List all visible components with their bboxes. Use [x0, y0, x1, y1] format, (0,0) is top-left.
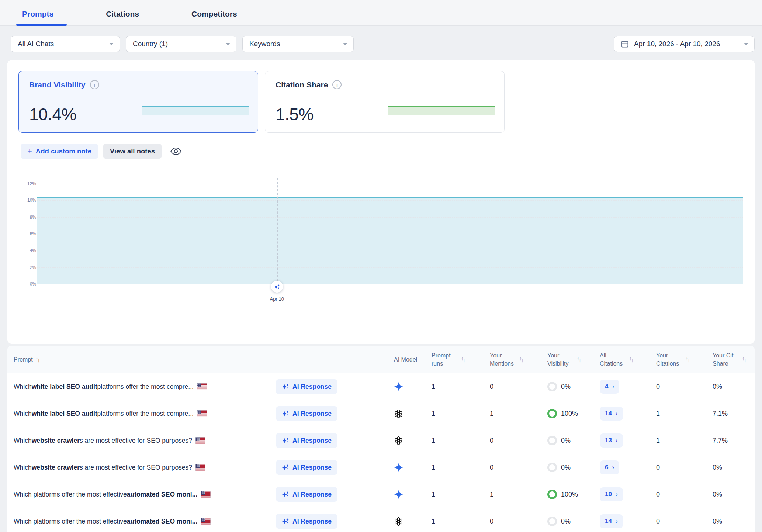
all-citations-button[interactable]: 6›	[600, 460, 619, 474]
column-header-your-citations[interactable]: Your Citations↑↓	[651, 352, 706, 367]
column-header-your-visibility[interactable]: Your Visibility↑↓	[538, 352, 594, 367]
filter-bar: All AI Chats Country (1) Keywords Apr 10…	[11, 36, 755, 52]
info-icon[interactable]: i	[90, 80, 99, 89]
sort-icon[interactable]: ↑↓	[461, 357, 465, 363]
ai-response-button[interactable]: AI Response	[276, 460, 337, 475]
y-axis-tick: 4%	[15, 248, 36, 253]
panel-divider	[7, 319, 755, 319]
y-axis-tick: 8%	[15, 215, 36, 220]
prompt-runs-value: 1	[428, 410, 481, 418]
ai-response-label: AI Response	[292, 464, 332, 471]
sparkle-icon	[282, 410, 289, 417]
tab-competitors[interactable]: Competitors	[186, 0, 250, 25]
all-citations-value: 13	[605, 437, 612, 444]
column-header-all-citations[interactable]: All Citations↑↓	[594, 352, 651, 367]
ai-response-button[interactable]: AI Response	[276, 406, 337, 421]
visibility-chart: 12%10%8%6%4%2%0%Apr 10	[7, 178, 755, 305]
ai-response-label: AI Response	[292, 383, 332, 391]
view-all-notes-button[interactable]: View all notes	[103, 144, 162, 159]
your-cit-share-value: 7.7%	[706, 437, 755, 445]
ai-response-label: AI Response	[292, 437, 332, 445]
visibility-ring-icon	[547, 490, 557, 499]
column-header-your-cit-share[interactable]: Your Cit. Share↑↓	[706, 352, 755, 367]
your-visibility-value: 0%	[561, 383, 571, 391]
prompt-text: Which white label SEO audit platforms of…	[7, 410, 269, 418]
caret-down-icon	[109, 43, 114, 45]
toggle-notes-visibility-button[interactable]	[170, 147, 181, 155]
your-mentions-value: 1	[481, 410, 538, 418]
chevron-right-icon: ›	[612, 464, 614, 471]
your-mentions-value: 0	[481, 383, 538, 391]
tab-prompts[interactable]: Prompts	[16, 0, 67, 25]
sort-icon[interactable]: ↑↓	[519, 357, 523, 363]
ai-response-label: AI Response	[292, 518, 332, 525]
ai-response-button[interactable]: AI Response	[276, 487, 337, 502]
sort-icon[interactable]: ↑↓	[686, 357, 689, 363]
column-label: Prompt runs	[432, 352, 458, 367]
ai-response-button[interactable]: AI Response	[276, 379, 337, 394]
column-header-ai-model: AI Model	[391, 356, 428, 363]
prompt-runs-value: 1	[428, 437, 481, 445]
prompts-table-panel: Prompt↑↓AI ModelPrompt runs↑↓Your Mentio…	[7, 346, 755, 532]
chart-note-sparkle-marker[interactable]	[271, 281, 283, 293]
column-header-prompt[interactable]: Prompt↑↓	[7, 356, 269, 363]
prompt-runs-value: 1	[428, 491, 481, 498]
keywords-filter-dropdown[interactable]: Keywords	[242, 36, 354, 52]
citation-share-card[interactable]: Citation Share i 1.5%	[265, 71, 505, 133]
gridline	[37, 200, 743, 201]
prompt-text: Which platforms offer the most effective…	[7, 491, 269, 498]
all-citations-button[interactable]: 4›	[600, 380, 619, 394]
brand-visibility-sparkline	[142, 106, 249, 115]
prompt-runs-value: 1	[428, 518, 481, 525]
country-filter-dropdown[interactable]: Country (1)	[126, 36, 236, 52]
your-visibility-value: 0%	[561, 464, 571, 471]
ai-response-button[interactable]: AI Response	[276, 514, 337, 529]
us-flag-icon	[197, 383, 207, 390]
gemini-icon	[394, 382, 403, 391]
view-all-notes-label: View all notes	[110, 147, 155, 155]
prompt-text: Which white label SEO audit platforms of…	[7, 383, 269, 391]
all-citations-button[interactable]: 14›	[600, 514, 623, 528]
brand-visibility-card[interactable]: Brand Visibility i 10.4%	[18, 71, 258, 133]
all-citations-button[interactable]: 13›	[600, 433, 623, 448]
your-mentions-value: 1	[481, 491, 538, 498]
your-citations-value: 0	[651, 383, 706, 391]
caret-down-icon	[226, 43, 230, 45]
chart-area-series	[37, 197, 743, 284]
us-flag-icon	[195, 464, 205, 471]
tab-citations[interactable]: Citations	[100, 0, 152, 25]
your-visibility-cell: 100%	[538, 409, 594, 418]
visibility-ring-icon	[547, 463, 557, 472]
y-axis-tick: 0%	[15, 281, 36, 287]
date-range-picker[interactable]: Apr 10, 2026 - Apr 10, 2026	[614, 36, 755, 52]
your-visibility-cell: 0%	[538, 382, 594, 391]
column-header-prompt-runs[interactable]: Prompt runs↑↓	[428, 352, 481, 367]
your-visibility-cell: 0%	[538, 517, 594, 526]
table-body: Which white label SEO audit platforms of…	[7, 373, 755, 532]
chevron-right-icon: ›	[616, 518, 618, 525]
your-mentions-value: 0	[481, 518, 538, 525]
all-citations-button[interactable]: 10›	[600, 487, 623, 501]
y-axis-tick: 2%	[15, 265, 36, 270]
tab-citations-label: Citations	[106, 10, 139, 18]
all-citations-button[interactable]: 14›	[600, 407, 623, 421]
your-cit-share-value: 7.1%	[706, 410, 755, 418]
ai-model-cell	[391, 463, 428, 472]
sort-icon[interactable]: ↑↓	[577, 357, 581, 363]
add-custom-note-button[interactable]: + Add custom note	[21, 144, 98, 159]
gridline	[37, 234, 743, 234]
your-citations-value: 0	[651, 464, 706, 471]
caret-down-icon	[343, 43, 347, 45]
your-cit-share-value: 0%	[706, 518, 755, 525]
tab-prompts-label: Prompts	[22, 10, 53, 18]
sort-icon[interactable]: ↑↓	[36, 357, 39, 363]
ai-response-button[interactable]: AI Response	[276, 433, 337, 448]
info-icon[interactable]: i	[332, 80, 342, 89]
ai-model-cell	[391, 382, 428, 391]
prompt-runs-value: 1	[428, 464, 481, 471]
sort-icon[interactable]: ↑↓	[629, 357, 633, 363]
sort-icon[interactable]: ↑↓	[742, 357, 746, 363]
y-axis-tick: 10%	[15, 198, 36, 203]
column-header-your-mentions[interactable]: Your Mentions↑↓	[481, 352, 538, 367]
ai-chats-filter-dropdown[interactable]: All AI Chats	[11, 36, 120, 52]
